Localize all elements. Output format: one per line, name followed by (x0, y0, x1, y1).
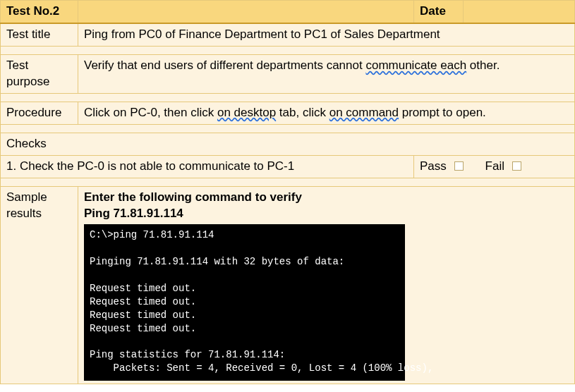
fail-label: Fail (485, 159, 504, 173)
separator-row (1, 93, 575, 102)
date-value (464, 1, 575, 23)
sample-content: Enter the following command to verify Pi… (78, 186, 575, 384)
sample-heading-2: Ping 71.81.91.114 (84, 206, 569, 222)
checks-header-row: Checks (1, 133, 575, 155)
term-line: Packets: Sent = 4, Received = 0, Lost = … (90, 362, 433, 374)
sample-heading-1: Enter the following command to verify (84, 190, 569, 206)
check-result-cell: Pass Fail (414, 155, 575, 178)
separator-row (1, 124, 575, 133)
procedure-text-c: tab, click (276, 106, 329, 119)
purpose-row: Test purpose Verify that end users of di… (1, 54, 575, 93)
sample-results-row: Sample results Enter the following comma… (1, 186, 575, 384)
fail-checkbox[interactable] (512, 161, 521, 171)
test-no-label: Test No.2 (1, 1, 78, 23)
check-item-text: 1. Check the PC-0 is not able to communi… (1, 155, 414, 178)
terminal-output: C:\>ping 71.81.91.114 Pinging 71.81.91.1… (84, 224, 405, 381)
title-value: Ping from PC0 of Finance Department to P… (78, 23, 575, 46)
procedure-text-b: on desktop (217, 106, 276, 119)
procedure-value: Click on PC-0, then click on desktop tab… (78, 102, 575, 124)
checks-label: Checks (1, 133, 575, 155)
separator-row (1, 178, 575, 186)
purpose-text-c: other. (466, 59, 500, 72)
title-row: Test title Ping from PC0 of Finance Depa… (1, 23, 575, 46)
check-item-row: 1. Check the PC-0 is not able to communi… (1, 155, 575, 178)
procedure-text-d: on command (329, 106, 399, 119)
test-table: Test No.2 Date Test title Ping from PC0 … (0, 0, 575, 384)
purpose-value: Verify that end users of different depar… (78, 54, 575, 93)
purpose-label: Test purpose (1, 54, 78, 93)
term-line: Request timed out. (90, 323, 196, 334)
procedure-row: Procedure Click on PC-0, then click on d… (1, 102, 575, 124)
test-no-value (78, 1, 414, 23)
purpose-label-line1: Test (6, 59, 28, 72)
sample-label-line1: Sample (6, 190, 47, 204)
term-line: Pinging 71.81.91.114 with 32 bytes of da… (90, 256, 344, 267)
date-label: Date (414, 1, 464, 23)
title-label: Test title (1, 23, 78, 46)
separator-row (1, 46, 575, 54)
term-line: C:\>ping 71.81.91.114 (90, 229, 214, 240)
procedure-label: Procedure (1, 102, 78, 124)
term-line: Request timed out. (90, 310, 196, 321)
sample-label-line2: results (6, 207, 42, 220)
term-line: Ping statistics for 71.81.91.114: (90, 349, 285, 360)
term-line: Request timed out. (90, 296, 196, 307)
purpose-label-line2: purpose (6, 75, 49, 88)
sample-label: Sample results (1, 186, 78, 384)
procedure-text-a: Click on PC-0, then click (84, 106, 217, 119)
procedure-text-e: prompt to open. (399, 106, 486, 119)
pass-checkbox[interactable] (454, 161, 464, 171)
header-row: Test No.2 Date (1, 1, 575, 23)
term-line: Request timed out. (90, 283, 196, 294)
purpose-text-squiggle: communicate each (365, 59, 466, 72)
purpose-text-a: Verify that end users of different depar… (84, 59, 365, 72)
pass-label: Pass (420, 159, 447, 173)
